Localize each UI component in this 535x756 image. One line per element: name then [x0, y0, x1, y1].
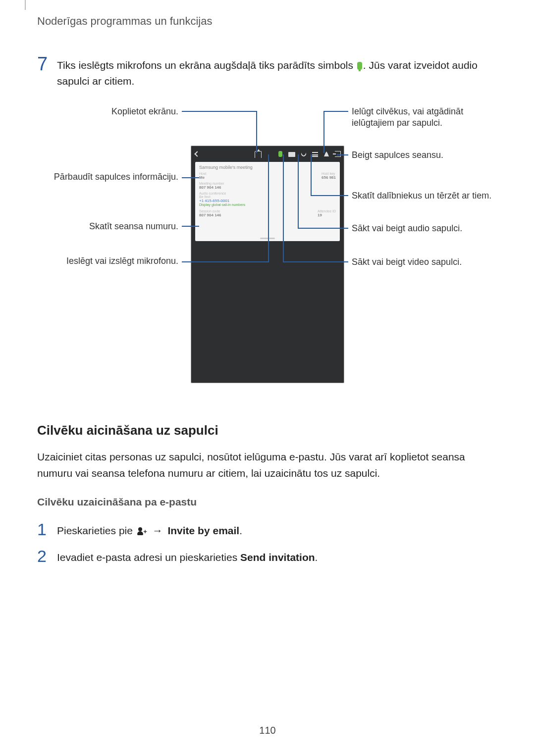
host-val: Me — [199, 175, 206, 180]
toolbar-right-icons — [278, 151, 341, 157]
step1-bold: Invite by email — [167, 525, 239, 536]
mnum-label: Meeting number — [199, 182, 336, 185]
leader-line — [323, 111, 324, 153]
phone-number: +1 415-655-0001 — [199, 199, 336, 203]
callout-session-number: Skatīt seansa numuru. — [37, 221, 178, 232]
device-toolbar — [191, 151, 344, 161]
toolbar-mic-icon — [278, 151, 282, 157]
leader-line — [268, 154, 269, 262]
step1-after: . — [239, 525, 242, 536]
step-number-7: 7 — [37, 54, 57, 73]
leader-line — [283, 261, 348, 262]
callout-participants: Skatīt dalībniekus un tērzēt ar tiem. — [352, 190, 500, 202]
callout-mic-toggle: Ieslēgt vai izslēgt mikrofonu. — [37, 255, 178, 267]
section-header: Noderīgas programmas un funkcijas — [37, 15, 498, 28]
leader-line — [311, 195, 348, 196]
step-7-text: Tiks ieslēgts mikrofons un ekrāna augšda… — [57, 57, 498, 89]
step2-bold: Send invitation — [240, 552, 315, 563]
callout-check-info: Pārbaudīt sapulces informāciju. — [37, 171, 178, 183]
diagram: Koplietot ekrānu. Pārbaudīt sapulces inf… — [37, 106, 498, 398]
leader-line — [182, 111, 256, 112]
sess-label: Session code — [199, 209, 221, 213]
step1-before: Pieskarieties pie — [57, 525, 136, 536]
leader-line — [182, 261, 268, 262]
host-label: Host — [199, 172, 206, 175]
toolbar-camera-icon — [288, 152, 295, 157]
step2-before: Ievadiet e-pasta adresi un pieskarieties — [57, 552, 240, 563]
leader-line — [298, 228, 348, 229]
sess-val: 807 904 146 — [199, 213, 221, 217]
person-plus-icon: + — [137, 527, 146, 536]
step-2-text: Ievadiet e-pasta adresi un pieskarieties… — [57, 550, 318, 565]
page-content: Noderīgas programmas un funkcijas 7 Tiks… — [0, 0, 535, 565]
toolbar-phone-icon — [300, 151, 307, 157]
meeting-title: Samsung mobile's meeting — [199, 165, 336, 170]
callout-invite: Ielūgt cilvēkus, vai atgādināt ielūgtaji… — [352, 106, 500, 129]
callout-end-session: Beigt sapulces seansu. — [352, 150, 500, 161]
leader-line — [298, 154, 299, 229]
device-screenshot: Samsung mobile's meeting HostMe Host key… — [191, 146, 344, 383]
att-val: 19 — [318, 213, 336, 217]
step-2: 2 Ievadiet e-pasta adresi un pieskarieti… — [37, 550, 498, 565]
mic-icon — [357, 62, 362, 70]
att-label: Attendee ID — [318, 209, 336, 213]
step7-text-before: Tiks ieslēgts mikrofons un ekrāna augšda… — [57, 59, 356, 71]
invite-paragraph: Uzaiciniet citas personas uz sapulci, no… — [37, 449, 498, 481]
leader-line — [283, 154, 284, 262]
page-number: 110 — [0, 725, 535, 736]
leader-line — [311, 154, 312, 196]
leader-line — [256, 111, 257, 153]
leader-line — [323, 111, 348, 112]
top-rule-decor — [25, 0, 26, 10]
hostkey-val: 656 981 — [321, 175, 336, 180]
aconf-label: Audio conference — [199, 192, 336, 195]
step-7: 7 Tiks ieslēgts mikrofons un ekrāna augš… — [37, 57, 498, 89]
callout-video: Sākt vai beigt video sapulci. — [352, 256, 500, 268]
leader-line — [182, 226, 199, 227]
step2-after: . — [315, 552, 318, 563]
meeting-info-card: Samsung mobile's meeting HostMe Host key… — [195, 162, 340, 241]
toolbar-exit-icon — [335, 151, 341, 157]
callout-share-screen: Koplietot ekrānu. — [37, 106, 178, 117]
step-1: 1 Pieskarieties pie + → Invite by email. — [37, 523, 498, 539]
leader-line — [337, 154, 348, 155]
step-number-1: 1 — [37, 521, 57, 538]
toolbar-invite-icon — [324, 151, 329, 156]
mnum-val: 807 904 146 — [199, 185, 336, 190]
hostkey-label: Host key — [321, 172, 336, 175]
leader-line — [182, 177, 199, 178]
arrow-icon: → — [153, 525, 163, 536]
callout-audio: Sākt vai beigt audio sapulci. — [352, 223, 500, 234]
drag-handle — [260, 238, 275, 239]
global-link: Display global call-in numbers — [199, 203, 336, 206]
toolbar-participants-icon — [312, 152, 318, 157]
back-icon — [194, 151, 200, 156]
heading-invite-email: Cilvēku uzaicināšana pa e-pastu — [37, 496, 498, 508]
step-number-2: 2 — [37, 548, 57, 564]
heading-invite-people: Cilvēku aicināšana uz sapulci — [37, 423, 498, 438]
step-1-text: Pieskarieties pie + → Invite by email. — [57, 523, 242, 539]
